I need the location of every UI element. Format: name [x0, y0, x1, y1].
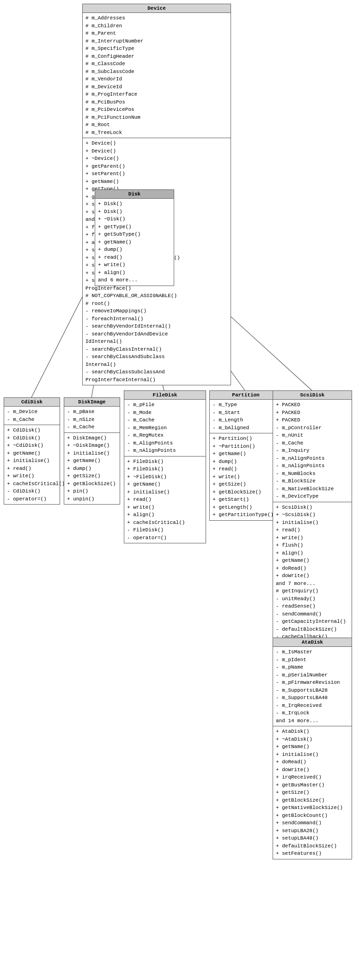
- device-title: Device: [83, 4, 231, 13]
- partition-methods: + Partition() + ~Partition() + getName()…: [210, 433, 282, 520]
- disk-methods: + Disk() + Disk() + ~Disk() + getType() …: [95, 199, 174, 286]
- partition-title: Partition: [210, 391, 282, 400]
- filedisk-methods: + FileDisk() + FileDisk() + ~FileDisk() …: [124, 457, 206, 543]
- filedisk-fields: - m_pFile - m_Mode - m_Cache - m_MemRegi…: [124, 400, 206, 457]
- partition-fields: - m_Type - m_Start - m_Length - m_bAlign…: [210, 400, 282, 433]
- partition-box: Partition - m_Type - m_Start - m_Length …: [209, 390, 282, 521]
- filedisk-title: FileDisk: [124, 391, 206, 400]
- disk-title: Disk: [95, 190, 174, 199]
- cdidisk-title: CdiDisk: [4, 398, 60, 407]
- scsidisk-box: ScsiDisk + PACKED + PACKED + PACKED - m_…: [273, 390, 352, 643]
- diskimage-methods: + DiskImage() + ~DiskImage() + initialis…: [64, 433, 120, 505]
- atadisk-fields: - m_IsMaster - m_pIdent - m_pName - m_pS…: [273, 647, 352, 726]
- diskimage-fields: - m_pBase - m_nSize - m_Cache: [64, 407, 120, 433]
- diskimage-title: DiskImage: [64, 398, 120, 407]
- cdidisk-box: CdiDisk - m_Device - m_Cache + CdiDisk()…: [4, 397, 60, 505]
- atadisk-title: AtaDisk: [273, 638, 352, 647]
- scsidisk-fields: + PACKED + PACKED + PACKED - m_pControll…: [273, 400, 352, 502]
- atadisk-box: AtaDisk - m_IsMaster - m_pIdent - m_pNam…: [273, 638, 352, 859]
- disk-box: Disk + Disk() + Disk() + ~Disk() + getTy…: [95, 189, 174, 286]
- diskimage-box: DiskImage - m_pBase - m_nSize - m_Cache …: [64, 397, 120, 505]
- cdidisk-fields: - m_Device - m_Cache: [4, 407, 60, 425]
- diagram-container: Device # m_Addresses # m_Children # m_Pa…: [0, 0, 359, 980]
- filedisk-box: FileDisk - m_pFile - m_Mode - m_Cache - …: [124, 390, 206, 543]
- atadisk-methods: + AtaDisk() + ~AtaDisk() + getName() + i…: [273, 726, 352, 859]
- device-fields: # m_Addresses # m_Children # m_Parent # …: [83, 13, 231, 138]
- scsidisk-methods: + ScsiDisk() + ~ScsiDisk() + initialise(…: [273, 502, 352, 642]
- scsidisk-title: ScsiDisk: [273, 391, 352, 400]
- cdidisk-methods: + CdiDisk() + CdiDisk() + ~CdiDisk() + g…: [4, 425, 60, 504]
